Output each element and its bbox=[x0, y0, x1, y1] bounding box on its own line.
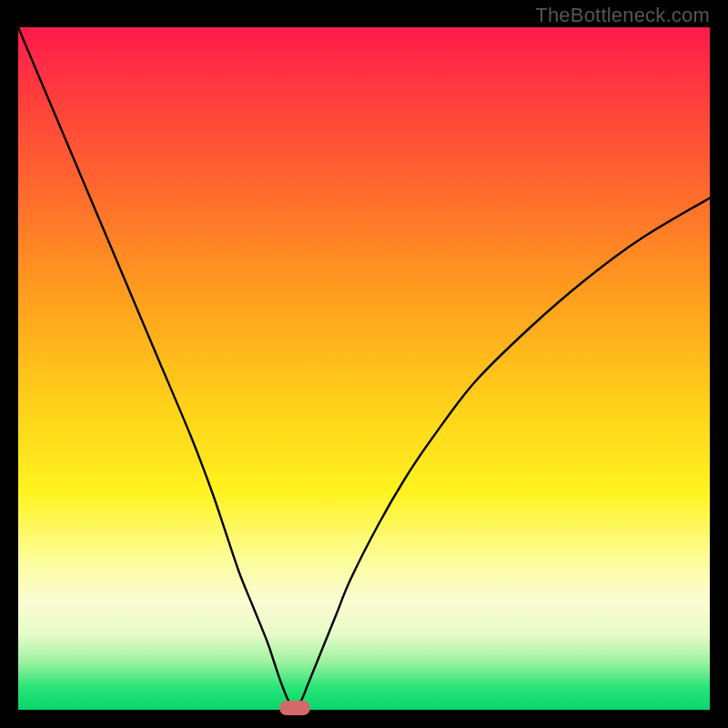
plot-area bbox=[18, 27, 710, 710]
bottleneck-curve bbox=[18, 27, 710, 710]
watermark-text: TheBottleneck.com bbox=[535, 4, 710, 27]
optimum-marker bbox=[279, 701, 310, 715]
chart-frame: TheBottleneck.com bbox=[0, 0, 728, 728]
